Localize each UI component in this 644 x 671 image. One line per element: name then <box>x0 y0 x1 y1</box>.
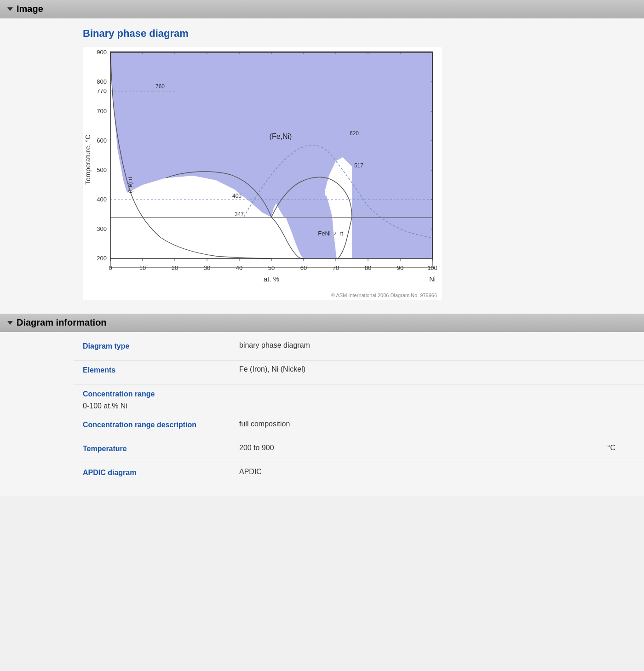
svg-text:900: 900 <box>97 49 107 56</box>
temperature-row: Temperature 200 to 900 °C <box>74 439 644 463</box>
chevron-icon <box>7 7 13 11</box>
concentration-range-value: 0-100 at.% Ni <box>83 400 635 410</box>
svg-text:20: 20 <box>172 264 178 271</box>
svg-text:40: 40 <box>236 264 242 271</box>
chevron-info-icon <box>7 321 13 325</box>
image-section-header: Image <box>0 0 644 18</box>
svg-text:400: 400 <box>232 193 242 199</box>
diagram-info-section-title: Diagram information <box>17 317 107 328</box>
elements-value: Fe (Iron), Ni (Nickel) <box>239 365 635 373</box>
svg-text:3: 3 <box>334 231 336 235</box>
svg-text:at. %: at. % <box>264 275 279 283</box>
svg-text:400: 400 <box>97 196 107 203</box>
svg-text:30: 30 <box>204 264 210 271</box>
conc-range-desc-value: full composition <box>239 420 635 428</box>
diagram-type-value: binary phase diagram <box>239 341 635 350</box>
svg-text:60: 60 <box>300 264 307 271</box>
svg-text:760: 760 <box>155 83 165 90</box>
diagram-info-section-header: Diagram information <box>0 314 644 332</box>
svg-text:620: 620 <box>350 130 359 137</box>
svg-text:Ni: Ni <box>429 275 436 283</box>
svg-text:90: 90 <box>397 264 403 271</box>
info-table: Diagram type binary phase diagram Elemen… <box>0 332 644 496</box>
elements-row: Elements Fe (Iron), Ni (Nickel) <box>74 361 644 384</box>
svg-text:Temperature, °C: Temperature, °C <box>84 134 92 185</box>
svg-text:200: 200 <box>97 255 107 262</box>
phase-diagram-svg: 200 300 400 500 600 700 <box>83 47 442 291</box>
svg-text:80: 80 <box>365 264 371 271</box>
temperature-value: 200 to 900 <box>239 444 607 452</box>
svg-text:50: 50 <box>268 264 275 271</box>
apdic-label: APDIC diagram <box>83 468 239 477</box>
svg-text:0: 0 <box>109 264 112 271</box>
conc-range-desc-label: Concentration range description <box>83 420 239 429</box>
apdic-row: APDIC diagram APDIC <box>74 463 644 487</box>
svg-text:600: 600 <box>97 137 107 144</box>
svg-text:500: 500 <box>97 166 107 173</box>
svg-text:800: 800 <box>97 78 107 85</box>
apdic-value: APDIC <box>239 468 635 476</box>
diagram-info-section: Diagram type binary phase diagram Elemen… <box>0 332 644 496</box>
temperature-label: Temperature <box>83 444 239 453</box>
svg-text:700: 700 <box>97 108 107 115</box>
svg-text:(Fe) rt: (Fe) rt <box>126 177 133 193</box>
temperature-unit: °C <box>607 444 635 452</box>
svg-text:517: 517 <box>354 162 363 169</box>
diagram-type-label: Diagram type <box>83 341 239 350</box>
svg-text:FeNi: FeNi <box>318 230 331 237</box>
image-content: Binary phase diagram 200 300 <box>0 28 644 309</box>
elements-label: Elements <box>83 365 239 374</box>
svg-text:100: 100 <box>427 264 437 271</box>
svg-text:10: 10 <box>139 264 146 271</box>
concentration-range-row: Concentration range 0-100 at.% Ni <box>74 384 644 415</box>
svg-text:770: 770 <box>97 87 107 94</box>
svg-text:70: 70 <box>333 264 339 271</box>
diagram-title: Binary phase diagram <box>83 28 635 40</box>
diagram-type-row: Diagram type binary phase diagram <box>74 337 644 361</box>
svg-text:347: 347 <box>235 211 244 218</box>
svg-text:(Fe,Ni): (Fe,Ni) <box>270 132 292 140</box>
phase-diagram-container: 200 300 400 500 600 700 <box>83 47 442 300</box>
image-section: Binary phase diagram 200 300 <box>0 18 644 314</box>
conc-range-desc-row: Concentration range description full com… <box>74 415 644 439</box>
svg-text:rt: rt <box>339 230 343 237</box>
svg-text:300: 300 <box>97 225 107 232</box>
copyright-text: © ASM International 2006 Diagram No. 979… <box>83 291 442 300</box>
concentration-range-label: Concentration range <box>83 389 239 398</box>
image-section-title: Image <box>17 4 43 14</box>
